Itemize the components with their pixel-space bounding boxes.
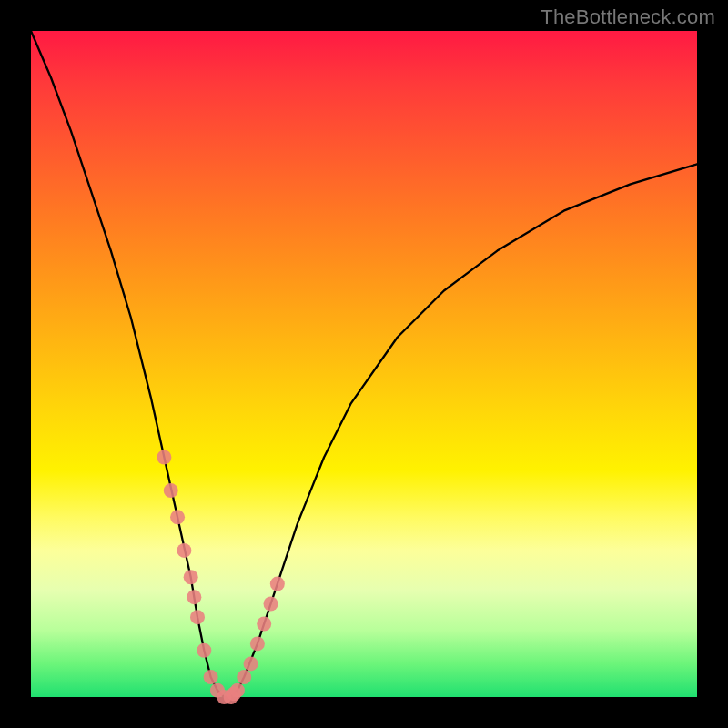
marker-point (204, 670, 218, 684)
marker-point (157, 450, 171, 464)
marker-point (250, 636, 265, 651)
marker-point (197, 643, 211, 658)
marker-point (187, 590, 201, 604)
bottleneck-curve (31, 31, 697, 697)
watermark-text: TheBottleneck.com (541, 5, 715, 29)
marker-point (230, 683, 245, 698)
marker-point (270, 577, 285, 592)
marker-point (257, 616, 271, 631)
marker-point (190, 610, 205, 624)
bottleneck-curve-svg (31, 31, 697, 697)
chart-frame: TheBottleneck.com (0, 0, 728, 728)
marker-point (244, 656, 258, 671)
marker-point (264, 597, 278, 612)
marker-point (170, 510, 185, 524)
marker-point (184, 570, 198, 584)
marker-point (164, 483, 178, 498)
highlighted-points (157, 450, 284, 704)
marker-point (177, 543, 191, 558)
marker-point (237, 670, 251, 684)
plot-area (31, 31, 697, 697)
